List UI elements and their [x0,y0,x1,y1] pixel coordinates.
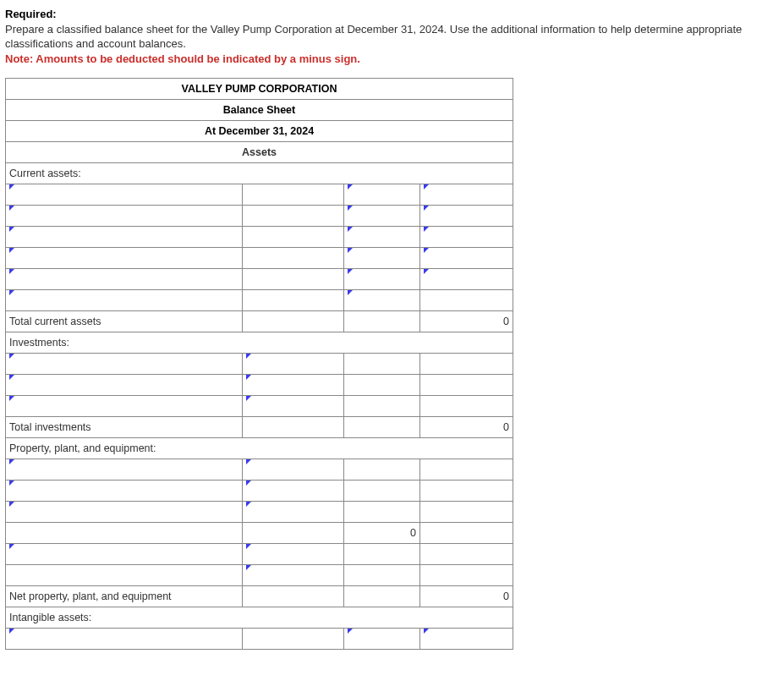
inv-line2-desc[interactable] [6,375,243,396]
intangible-label: Intangible assets: [6,607,513,629]
ppe-line3-col3[interactable] [344,502,420,523]
ca-line3-col3[interactable] [344,227,420,248]
inv-line1-col3[interactable] [344,354,420,375]
ca-line1-col3[interactable] [344,184,420,206]
total-investments-value: 0 [420,417,513,438]
net-ppe-col2 [243,586,344,607]
ca-line6-col2[interactable] [243,290,344,311]
net-ppe-value: 0 [420,586,513,607]
ca-line2-col2[interactable] [243,206,344,227]
inv-line3-col4[interactable] [420,396,513,417]
ppe-label: Property, plant, and equipment: [6,438,513,459]
instructions: Required: Prepare a classified balance s… [5,7,779,66]
ca-line3-desc[interactable] [6,227,243,248]
inv-line1-col2[interactable] [243,354,344,375]
ppe-line2-col4[interactable] [420,481,513,502]
inv-line2-col3[interactable] [344,375,420,396]
ppe-line4-col4[interactable] [420,523,513,544]
investments-label: Investments: [6,332,513,354]
ppe-line1-col4[interactable] [420,459,513,481]
instructions-note: Note: Amounts to be deducted should be i… [5,52,360,65]
int-line1-col2[interactable] [243,629,344,650]
inv-line2-col2[interactable] [243,375,344,396]
ppe-line5-col2[interactable] [243,544,344,565]
current-assets-label: Current assets: [6,163,513,184]
ca-line4-col4[interactable] [420,248,513,269]
total-investments-label: Total investments [6,417,243,438]
ppe-line1-col2[interactable] [243,459,344,481]
ca-line1-desc[interactable] [6,184,243,206]
ca-line4-desc[interactable] [6,248,243,269]
sheet-date: At December 31, 2024 [6,121,513,142]
balance-sheet-table: VALLEY PUMP CORPORATION Balance Sheet At… [5,78,513,650]
ca-line4-col3[interactable] [344,248,420,269]
ca-line5-col4[interactable] [420,269,513,290]
ppe-line6-col3[interactable] [344,565,420,586]
int-line1-col3[interactable] [344,629,420,650]
inv-line1-col4[interactable] [420,354,513,375]
ppe-line5-col4[interactable] [420,544,513,565]
ppe-line5-desc[interactable] [6,544,243,565]
ppe-line3-col4[interactable] [420,502,513,523]
total-current-assets-label: Total current assets [6,311,243,332]
inv-line1-desc[interactable] [6,354,243,375]
ppe-line2-col2[interactable] [243,481,344,502]
ca-line5-col2[interactable] [243,269,344,290]
corp-name: VALLEY PUMP CORPORATION [6,79,513,100]
sheet-title: Balance Sheet [6,100,513,121]
required-label: Required: [5,8,57,20]
int-line1-col4[interactable] [420,629,513,650]
ppe-line6-desc[interactable] [6,565,243,586]
ca-line1-col2[interactable] [243,184,344,206]
ppe-line3-desc[interactable] [6,502,243,523]
ppe-line1-col3[interactable] [344,459,420,481]
ca-line3-col2[interactable] [243,227,344,248]
inv-line3-desc[interactable] [6,396,243,417]
tca-col3 [344,311,420,332]
int-line1-desc[interactable] [6,629,243,650]
ppe-line4-col2[interactable] [243,523,344,544]
ca-line6-col4[interactable] [420,290,513,311]
ppe-line6-col4[interactable] [420,565,513,586]
ca-line2-desc[interactable] [6,206,243,227]
instructions-body: Prepare a classified balance sheet for t… [5,23,742,51]
ppe-line3-col2[interactable] [243,502,344,523]
inv-line3-col3[interactable] [344,396,420,417]
ppe-line1-desc[interactable] [6,459,243,481]
total-current-assets-value: 0 [420,311,513,332]
ppe-line2-col3[interactable] [344,481,420,502]
ca-line5-col3[interactable] [344,269,420,290]
ca-line4-col2[interactable] [243,248,344,269]
ca-line2-col4[interactable] [420,206,513,227]
ppe-line4-desc[interactable] [6,523,243,544]
ca-line2-col3[interactable] [344,206,420,227]
inv-line3-col2[interactable] [243,396,344,417]
net-ppe-col3 [344,586,420,607]
ca-line6-desc[interactable] [6,290,243,311]
ppe-line5-col3[interactable] [344,544,420,565]
tca-col2 [243,311,344,332]
ca-line1-col4[interactable] [420,184,513,206]
ca-line3-col4[interactable] [420,227,513,248]
ppe-line2-desc[interactable] [6,481,243,502]
ca-line6-col3[interactable] [344,290,420,311]
net-ppe-label: Net property, plant, and equipment [6,586,243,607]
inv-line2-col4[interactable] [420,375,513,396]
tinv-col3 [344,417,420,438]
tinv-col2 [243,417,344,438]
assets-heading: Assets [6,142,513,163]
ppe-line6-col2[interactable] [243,565,344,586]
ppe-line4-col3: 0 [344,523,420,544]
ca-line5-desc[interactable] [6,269,243,290]
